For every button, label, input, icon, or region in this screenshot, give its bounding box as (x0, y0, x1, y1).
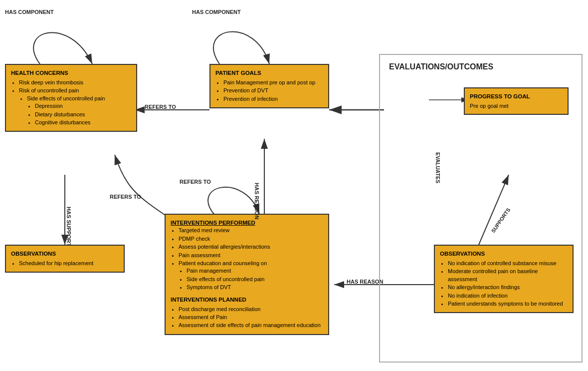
ipl-item-3: Assessment of side effects of pain manag… (179, 322, 323, 329)
or-item-3: No allergy/interaction findings (448, 284, 568, 291)
pg-item-1: Pain Management pre op and post op (223, 79, 323, 86)
evaluates-label: EVALUATES (435, 152, 441, 183)
ipl-item-2: Assessment of Pain (179, 314, 323, 321)
pg-item-2: Prevention of DVT (223, 87, 323, 94)
interventions-planned-list: Post discharge med reconciliation Assess… (171, 306, 323, 330)
has-component-label-1: HAS COMPONENT (5, 9, 54, 15)
hc-item-2: Risk of uncontrolled pain Side effects o… (19, 87, 131, 126)
pg-item-3: Prevention of infection (223, 95, 323, 103)
hc-item-1: Risk deep vein thrombosis (19, 79, 131, 86)
ip-item-6: Pain management (187, 267, 323, 275)
observations-left-title: OBSERVATIONS (11, 250, 119, 258)
progress-to-goal-box: PROGRESS TO GOAL Pre op goal met (464, 87, 569, 115)
or-item-5: Patient understands symptoms to be monit… (448, 300, 568, 308)
ip-item-4: Pain assessment (179, 252, 323, 259)
observations-left-box: OBSERVATIONS Scheduled for hip replaceme… (5, 245, 125, 273)
ipl-item-1: Post discharge med reconciliation (179, 306, 323, 313)
obs-left-item-1: Scheduled for hip replacement (19, 260, 119, 267)
observations-right-box: OBSERVATIONS No indication of controlled… (434, 245, 574, 313)
has-reason-label-2: HAS REASON (347, 279, 383, 285)
diagram-container: HAS COMPONENT HAS COMPONENT HEALTH CONCE… (0, 0, 588, 371)
interventions-box: INTERVENTIONS PERFORMED Targeted med rev… (165, 214, 329, 335)
patient-goals-list: Pain Management pre op and post op Preve… (215, 79, 323, 103)
ip-item-7: Side effects of uncontrolled pain (187, 276, 323, 283)
health-concerns-title: HEALTH CONCERNS (11, 69, 131, 77)
hc-item-5: Dietary disturbances (35, 111, 131, 118)
ip-item-5: Patient education and counseling on Pain… (179, 260, 323, 292)
interventions-planned-title: INTERVENTIONS PLANNED (171, 296, 323, 304)
ip-item-1: Targeted med review (179, 227, 323, 234)
hc-item-4: Depression (35, 102, 131, 110)
observations-right-title: OBSERVATIONS (440, 250, 568, 258)
refers-to-label-1: REFERS TO (145, 104, 176, 110)
hc-item-6: Cognitive disturbances (35, 119, 131, 126)
has-component-label-2: HAS COMPONENT (192, 9, 241, 15)
ip-item-8: Symptoms of DVT (187, 284, 323, 291)
health-concerns-box: HEALTH CONCERNS Risk deep vein thrombosi… (5, 64, 137, 132)
interventions-performed-title: INTERVENTIONS PERFORMED (171, 220, 255, 226)
ip-item-2: PDMP check (179, 235, 323, 243)
has-reason-label-1: HAS REASON (254, 183, 260, 219)
patient-goals-title: PATIENT GOALS (215, 69, 323, 77)
interventions-performed-list: Targeted med review PDMP check Assess po… (171, 227, 323, 291)
ip-item-3: Assess potential allergies/interactions (179, 243, 323, 251)
progress-to-goal-text: Pre op goal met (470, 102, 563, 110)
hc-item-3: Side effects of uncontrolled pain Depres… (27, 95, 131, 127)
refers-to-label-3: REFERS TO (180, 179, 211, 185)
observations-left-list: Scheduled for hip replacement (11, 260, 119, 267)
health-concerns-list: Risk deep vein thrombosis Risk of uncont… (11, 79, 131, 126)
patient-goals-box: PATIENT GOALS Pain Management pre op and… (209, 64, 329, 108)
progress-to-goal-title: PROGRESS TO GOAL (470, 92, 563, 100)
or-item-1: No indication of controlled substance mi… (448, 260, 568, 267)
observations-right-list: No indication of controlled substance mi… (440, 260, 568, 308)
refers-to-label-2: REFERS TO (110, 194, 141, 200)
evaluations-outcomes-title: EVALUATIONS/OUTCOMES (389, 62, 493, 71)
has-support-label: HAS SUPPORT (66, 207, 72, 246)
or-item-4: No indication of infection (448, 292, 568, 300)
or-item-2: Moderate controlled pain on baseline ass… (448, 268, 568, 283)
